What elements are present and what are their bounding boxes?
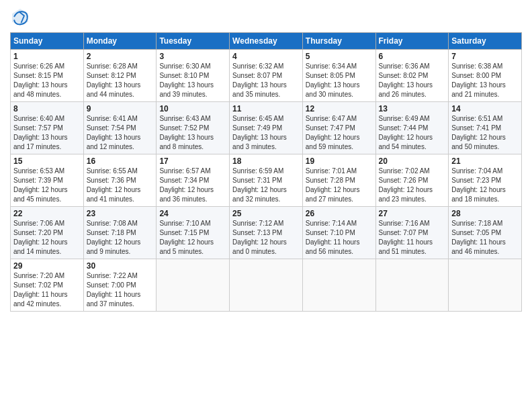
day-cell-6: 6Sunrise: 6:36 AMSunset: 8:02 PMDaylight… (375, 50, 449, 102)
sunrise-text: Sunrise: 7:16 AM (379, 219, 446, 228)
daylight-line1: Daylight: 12 hours (232, 238, 300, 247)
day-cell-30: 30Sunrise: 7:22 AMSunset: 7:00 PMDayligh… (83, 259, 157, 312)
day-cell-23: 23Sunrise: 7:08 AMSunset: 7:18 PMDayligh… (83, 207, 157, 259)
daylight-line1: Daylight: 12 hours (306, 185, 373, 195)
daylight-line1: Daylight: 12 hours (306, 133, 373, 142)
sunset-text: Sunset: 7:20 PM (13, 228, 81, 238)
day-cell-26: 26Sunrise: 7:14 AMSunset: 7:10 PMDayligh… (302, 207, 375, 259)
daylight-line2: and 3 minutes. (232, 142, 300, 152)
day-detail: Sunrise: 7:04 AMSunset: 7:23 PMDaylight:… (451, 167, 519, 204)
day-number: 22 (13, 209, 81, 218)
daylight-line2: and 30 minutes. (306, 90, 373, 99)
sunrise-text: Sunrise: 6:32 AM (232, 62, 300, 71)
sunrise-text: Sunrise: 6:55 AM (87, 167, 154, 176)
daylight-line1: Daylight: 12 hours (13, 238, 81, 247)
daylight-line2: and 42 minutes. (13, 300, 81, 309)
daylight-line2: and 21 minutes. (451, 90, 519, 99)
daylight-line1: Daylight: 12 hours (451, 133, 519, 142)
day-cell-10: 10Sunrise: 6:43 AMSunset: 7:52 PMDayligh… (157, 102, 230, 154)
sunrise-text: Sunrise: 6:51 AM (451, 114, 519, 124)
sunset-text: Sunset: 7:00 PM (87, 281, 154, 290)
daylight-line1: Daylight: 13 hours (159, 81, 226, 90)
day-cell-22: 22Sunrise: 7:06 AMSunset: 7:20 PMDayligh… (11, 207, 84, 259)
sunrise-text: Sunrise: 6:45 AM (232, 114, 300, 124)
sunset-text: Sunset: 7:07 PM (379, 228, 446, 238)
daylight-line1: Daylight: 12 hours (87, 238, 154, 247)
sunrise-text: Sunrise: 6:59 AM (232, 167, 300, 176)
sunset-text: Sunset: 7:15 PM (159, 228, 226, 238)
daylight-line1: Daylight: 12 hours (159, 238, 226, 247)
daylight-line2: and 50 minutes. (451, 142, 519, 152)
daylight-line2: and 45 minutes. (13, 195, 81, 204)
day-detail: Sunrise: 7:18 AMSunset: 7:05 PMDaylight:… (451, 219, 519, 257)
day-detail: Sunrise: 6:28 AMSunset: 8:12 PMDaylight:… (87, 62, 154, 99)
day-detail: Sunrise: 7:02 AMSunset: 7:26 PMDaylight:… (379, 167, 446, 204)
sunset-text: Sunset: 7:39 PM (13, 176, 81, 185)
day-detail: Sunrise: 6:32 AMSunset: 8:07 PMDaylight:… (232, 62, 300, 99)
day-detail: Sunrise: 6:47 AMSunset: 7:47 PMDaylight:… (306, 114, 373, 152)
calendar-table: SundayMondayTuesdayWednesdayThursdayFrid… (10, 32, 522, 312)
day-detail: Sunrise: 6:38 AMSunset: 8:00 PMDaylight:… (451, 62, 519, 99)
day-detail: Sunrise: 6:34 AMSunset: 8:05 PMDaylight:… (306, 62, 373, 99)
day-cell-1: 1Sunrise: 6:26 AMSunset: 8:15 PMDaylight… (11, 50, 84, 102)
day-detail: Sunrise: 6:49 AMSunset: 7:44 PMDaylight:… (379, 114, 446, 152)
day-number: 14 (451, 104, 519, 113)
daylight-line1: Daylight: 13 hours (232, 81, 300, 90)
sunset-text: Sunset: 7:31 PM (232, 176, 300, 185)
sunset-text: Sunset: 7:23 PM (451, 176, 519, 185)
sunrise-text: Sunrise: 6:53 AM (13, 167, 81, 176)
daylight-line2: and 18 minutes. (451, 195, 519, 204)
day-detail: Sunrise: 7:14 AMSunset: 7:10 PMDaylight:… (306, 219, 373, 257)
sunset-text: Sunset: 7:28 PM (306, 176, 373, 185)
day-cell-21: 21Sunrise: 7:04 AMSunset: 7:23 PMDayligh… (449, 154, 522, 207)
day-number: 1 (13, 52, 81, 61)
sunrise-text: Sunrise: 6:36 AM (379, 62, 446, 71)
sunrise-text: Sunrise: 6:47 AM (306, 114, 373, 124)
weekday-header-sunday: Sunday (11, 33, 84, 50)
day-detail: Sunrise: 6:51 AMSunset: 7:41 PMDaylight:… (451, 114, 519, 152)
daylight-line1: Daylight: 13 hours (87, 81, 154, 90)
header-row (10, 7, 522, 27)
day-cell-2: 2Sunrise: 6:28 AMSunset: 8:12 PMDaylight… (83, 50, 157, 102)
sunset-text: Sunset: 7:26 PM (379, 176, 446, 185)
sunset-text: Sunset: 7:02 PM (13, 281, 81, 290)
day-detail: Sunrise: 6:30 AMSunset: 8:10 PMDaylight:… (159, 62, 226, 99)
sunrise-text: Sunrise: 6:38 AM (451, 62, 519, 71)
daylight-line1: Daylight: 13 hours (87, 133, 154, 142)
logo (10, 7, 33, 27)
sunset-text: Sunset: 7:34 PM (159, 176, 226, 185)
week-row-4: 22Sunrise: 7:06 AMSunset: 7:20 PMDayligh… (11, 207, 522, 259)
daylight-line1: Daylight: 12 hours (13, 185, 81, 195)
day-number: 23 (87, 209, 154, 218)
empty-cell (375, 259, 449, 312)
daylight-line2: and 35 minutes. (232, 90, 300, 99)
sunrise-text: Sunrise: 6:40 AM (13, 114, 81, 124)
empty-cell (449, 259, 522, 312)
daylight-line2: and 54 minutes. (379, 142, 446, 152)
daylight-line2: and 32 minutes. (232, 195, 300, 204)
sunset-text: Sunset: 7:18 PM (87, 228, 154, 238)
daylight-line1: Daylight: 13 hours (232, 133, 300, 142)
day-number: 12 (306, 104, 373, 113)
day-cell-3: 3Sunrise: 6:30 AMSunset: 8:10 PMDaylight… (157, 50, 230, 102)
daylight-line1: Daylight: 11 hours (13, 290, 81, 300)
daylight-line1: Daylight: 12 hours (87, 185, 154, 195)
day-number: 20 (379, 156, 446, 166)
day-cell-4: 4Sunrise: 6:32 AMSunset: 8:07 PMDaylight… (230, 50, 303, 102)
sunrise-text: Sunrise: 7:18 AM (451, 219, 519, 228)
daylight-line2: and 26 minutes. (379, 90, 446, 99)
weekday-header-monday: Monday (83, 33, 157, 50)
daylight-line2: and 48 minutes. (13, 90, 81, 99)
day-number: 7 (451, 52, 519, 61)
day-cell-11: 11Sunrise: 6:45 AMSunset: 7:49 PMDayligh… (230, 102, 303, 154)
day-detail: Sunrise: 7:06 AMSunset: 7:20 PMDaylight:… (13, 219, 81, 257)
day-detail: Sunrise: 6:55 AMSunset: 7:36 PMDaylight:… (87, 167, 154, 204)
day-detail: Sunrise: 6:43 AMSunset: 7:52 PMDaylight:… (159, 114, 226, 152)
day-detail: Sunrise: 6:36 AMSunset: 8:02 PMDaylight:… (379, 62, 446, 99)
day-detail: Sunrise: 7:10 AMSunset: 7:15 PMDaylight:… (159, 219, 226, 257)
week-row-5: 29Sunrise: 7:20 AMSunset: 7:02 PMDayligh… (11, 259, 522, 312)
day-number: 29 (13, 261, 81, 271)
day-cell-17: 17Sunrise: 6:57 AMSunset: 7:34 PMDayligh… (157, 154, 230, 207)
day-cell-25: 25Sunrise: 7:12 AMSunset: 7:13 PMDayligh… (230, 207, 303, 259)
daylight-line2: and 9 minutes. (87, 247, 154, 257)
